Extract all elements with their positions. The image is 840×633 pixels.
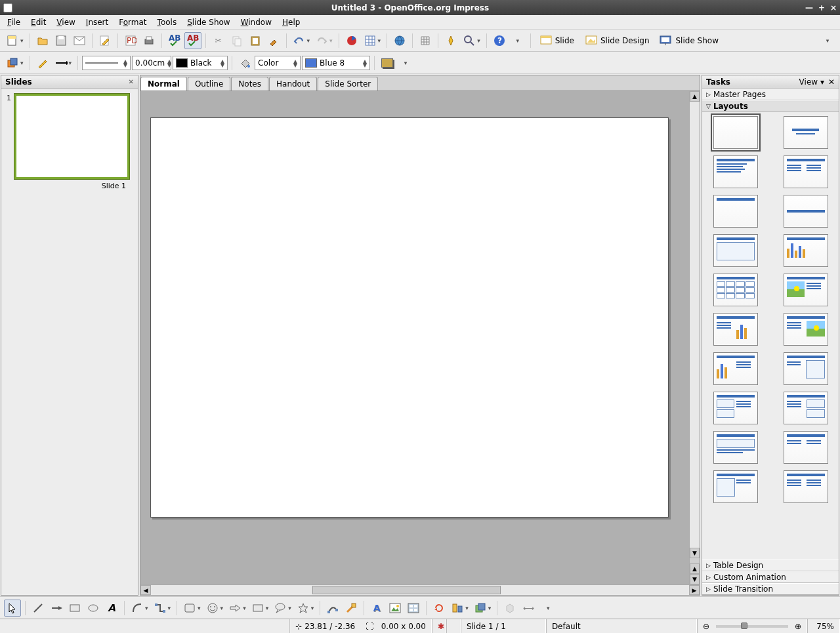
arrow-tool[interactable] (48, 600, 65, 617)
layout-title-4obj[interactable] (713, 470, 758, 503)
cut-button[interactable]: ✂ (210, 32, 227, 49)
line-width-combo[interactable]: 0.00cm▴▾ (132, 56, 171, 70)
layout-title-chart-text[interactable] (713, 352, 758, 385)
print-button[interactable] (140, 32, 158, 49)
layout-title-content[interactable] (713, 155, 758, 188)
fill-color-combo[interactable]: Blue 8▴▾ (302, 56, 370, 70)
tasks-panel-close[interactable]: ✕ (828, 77, 835, 87)
menu-window[interactable]: Window (236, 16, 276, 28)
scroll-left-icon[interactable]: ◀ (140, 585, 151, 595)
chart-button[interactable] (343, 32, 360, 49)
menu-insert[interactable]: Insert (81, 16, 113, 28)
line-color-combo[interactable]: Black▴▾ (173, 56, 228, 70)
navigator-button[interactable] (442, 32, 459, 49)
open-button[interactable] (34, 32, 51, 49)
layout-title-clipart-text[interactable] (784, 274, 828, 306)
gallery-tool[interactable] (405, 600, 422, 617)
align-tool[interactable] (449, 600, 471, 617)
menu-format[interactable]: Format (114, 16, 151, 28)
connector-tool[interactable] (152, 600, 173, 617)
prev-slide-button[interactable]: ▲ (690, 563, 700, 574)
shadow-button[interactable] (379, 54, 396, 71)
undo-button[interactable] (291, 32, 312, 49)
hyperlink-button[interactable] (391, 32, 408, 49)
ellipse-tool[interactable] (85, 600, 102, 617)
arrange2-tool[interactable] (472, 600, 494, 617)
zoom-knob[interactable] (741, 623, 747, 629)
arrange-button[interactable] (4, 54, 26, 71)
layout-title-text-2obj[interactable] (784, 392, 828, 424)
block-arrows-tool[interactable] (226, 600, 248, 617)
zoom-in-icon[interactable]: ⊕ (795, 622, 801, 631)
task-section-table-design[interactable]: ▷Table Design (702, 560, 839, 571)
status-zoom-controls[interactable]: ⊖ ⊕ (697, 619, 807, 633)
task-section-slide-transition[interactable]: ▷Slide Transition (702, 583, 839, 595)
next-slide-button[interactable]: ▼ (690, 574, 700, 584)
paste-button[interactable] (247, 32, 264, 49)
format-paintbrush-button[interactable] (265, 32, 282, 49)
tab-normal[interactable]: Normal (140, 77, 187, 91)
zoom-out-icon[interactable]: ⊖ (703, 622, 709, 631)
tab-outline[interactable]: Outline (188, 77, 230, 91)
layout-title-2obj-text[interactable] (713, 392, 758, 424)
select-tool[interactable] (4, 600, 21, 617)
from-file-tool[interactable] (387, 600, 404, 617)
toolbar-overflow-1[interactable]: ▾ (509, 32, 526, 49)
scroll-down-icon[interactable]: ▼ (690, 548, 700, 558)
slide-design-button[interactable]: Slide Design (580, 32, 654, 49)
hscroll-track[interactable] (151, 585, 689, 595)
menu-file[interactable]: File (3, 16, 25, 28)
close-button[interactable]: × (830, 3, 837, 12)
status-zoom-value[interactable]: 75% (807, 619, 840, 633)
layout-title-text-chart[interactable] (713, 313, 758, 346)
toolbar-overflow-2[interactable]: ▾ (819, 32, 836, 49)
edit-file-button[interactable] (96, 32, 114, 49)
curve-tool[interactable] (129, 600, 150, 617)
tasks-view-menu[interactable]: View ▾ (799, 77, 824, 87)
arrow-style-button[interactable] (52, 54, 74, 71)
layout-title-text-object[interactable] (784, 352, 828, 385)
redo-button[interactable] (313, 32, 335, 49)
extrusion-tool[interactable] (501, 600, 518, 617)
email-button[interactable] (71, 32, 88, 49)
callouts-tool[interactable] (272, 600, 293, 617)
layout-title-obj-over-text[interactable] (713, 431, 758, 464)
spellcheck-button[interactable]: ABC (166, 32, 183, 49)
new-button[interactable] (4, 32, 26, 49)
layout-title-only[interactable] (713, 195, 758, 228)
slide-thumbnail[interactable] (14, 94, 129, 179)
slide-canvas[interactable] (150, 117, 669, 518)
interaction-tool[interactable]: ⟷ (520, 600, 537, 617)
scroll-right-icon[interactable]: ▶ (689, 585, 700, 595)
grid-button[interactable] (417, 32, 434, 49)
task-section-layouts[interactable]: ▽Layouts (702, 100, 839, 112)
minimize-button[interactable]: — (805, 3, 813, 12)
glue-points-tool[interactable] (343, 600, 360, 617)
toolbar-overflow-3[interactable]: ▾ (397, 54, 414, 71)
task-section-master-pages[interactable]: ▷Master Pages (702, 89, 839, 100)
hscroll-thumb[interactable] (312, 586, 501, 594)
zoom-slider[interactable] (716, 625, 788, 628)
scroll-track[interactable] (690, 102, 700, 548)
layout-two-content[interactable] (784, 155, 828, 188)
status-signature[interactable] (446, 619, 461, 633)
menu-edit[interactable]: Edit (26, 16, 51, 28)
layout-blank[interactable] (713, 116, 758, 149)
menu-help[interactable]: Help (278, 16, 304, 28)
layout-centered-title[interactable] (784, 195, 828, 228)
layout-title-text-over-obj[interactable] (784, 431, 828, 464)
tab-notes[interactable]: Notes (231, 77, 268, 91)
symbol-shapes-tool[interactable] (204, 600, 226, 617)
slides-panel-close[interactable]: ✕ (129, 78, 134, 85)
layout-title-table[interactable] (713, 274, 758, 306)
fontwork-tool[interactable]: A (368, 600, 385, 617)
rotate-tool[interactable] (430, 600, 448, 617)
flowchart-tool[interactable] (249, 600, 271, 617)
slide-show-button[interactable]: Slide Show (655, 32, 723, 49)
menu-view[interactable]: View (52, 16, 79, 28)
menu-tools[interactable]: Tools (153, 16, 182, 28)
toolbar-overflow-4[interactable]: ▾ (539, 600, 556, 617)
autospellcheck-button[interactable]: ABC (184, 32, 201, 49)
slides-list[interactable]: 1 Slide 1 (1, 89, 138, 595)
layout-title-chart[interactable] (784, 234, 828, 267)
